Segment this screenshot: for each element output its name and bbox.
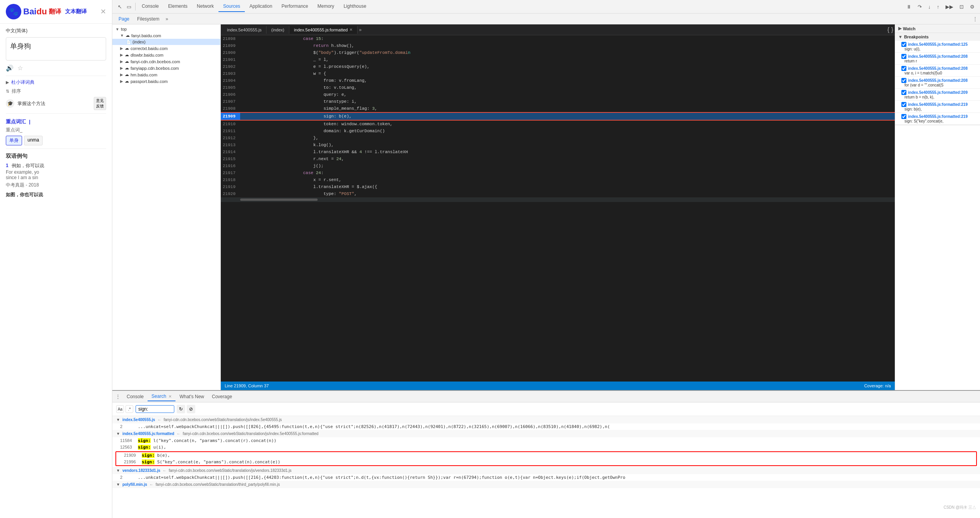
tree-root[interactable]: ▼ top bbox=[112, 26, 220, 32]
result-file-header-2[interactable]: ▼ index.5e400555.js:formatted ← fanyi-cd… bbox=[112, 430, 980, 437]
sort-link[interactable]: 排序 bbox=[12, 88, 21, 95]
bp-checkbox-4[interactable] bbox=[901, 78, 906, 83]
code-view[interactable]: 21898 case 15: 21899 return h.show(), 21… bbox=[221, 35, 895, 382]
close-tab-icon[interactable]: ✕ bbox=[349, 28, 352, 32]
result-linenum-2-2: 12563 bbox=[120, 445, 136, 449]
baidu-nav-link[interactable]: 文本翻译 bbox=[65, 8, 87, 15]
bp-code-2: return r bbox=[904, 59, 977, 63]
more-tabs-btn[interactable]: » bbox=[163, 15, 170, 23]
result-file-header-4[interactable]: ▼ polyfill.min.js ← fanyi-cdn.cdn.bcebos… bbox=[112, 481, 980, 488]
result-group-1: ▼ index.5e400555.js ← fanyi-cdn.cdn.bceb… bbox=[112, 416, 980, 430]
baidu-cn-brand: 翻译 bbox=[49, 8, 61, 16]
tree-hm[interactable]: ▶ ☁ hm.baidu.com bbox=[112, 71, 220, 78]
settings-btn[interactable]: ⚙ bbox=[968, 3, 977, 11]
result-match-2-3[interactable]: 21909 sign: b(e), bbox=[116, 452, 976, 459]
result-file-header-3[interactable]: ▼ vendors.182333d1.js ← fanyi-cdn.cdn.bc… bbox=[112, 467, 980, 474]
watch-header[interactable]: ▶ Watch bbox=[895, 24, 980, 33]
result-match-1-1[interactable]: 2 ...unkcat=self.webpackChunkcat|||[]).p… bbox=[112, 423, 980, 430]
code-line-21916: 21916 j(); bbox=[221, 162, 895, 169]
continue-btn[interactable]: ▶▶ bbox=[943, 3, 956, 11]
tree-fanyi-cdn[interactable]: ▶ ☁ fanyi-cdn.cdn.bcebos.com bbox=[112, 58, 220, 65]
bottom-tab-coverage[interactable]: Coverage bbox=[208, 392, 236, 401]
bp-item-5[interactable]: index.5e400555.js:formatted:209 return b… bbox=[895, 89, 980, 101]
code-tab-formatted[interactable]: index.5e400555.js:formatted ✕ bbox=[289, 26, 358, 34]
tab-memory[interactable]: Memory bbox=[313, 1, 339, 12]
watch-collapse-icon: ▶ bbox=[898, 26, 901, 31]
subtab-page[interactable]: Page bbox=[115, 15, 133, 23]
tree-dlswbr[interactable]: ▶ ☁ dlswbr.baidu.com bbox=[112, 52, 220, 58]
result-file-header-1[interactable]: ▼ index.5e400555.js ← fanyi-cdn.cdn.bceb… bbox=[112, 416, 980, 423]
code-line-21898: 21898 case 15: bbox=[221, 35, 895, 42]
language-selector[interactable]: 中文(简体) bbox=[6, 28, 106, 34]
subtab-filesystem[interactable]: Filesystem bbox=[133, 15, 163, 23]
code-tab-index[interactable]: (index) bbox=[266, 26, 289, 34]
result-match-2-2[interactable]: 12563 sign: u(i), bbox=[112, 444, 980, 451]
bottom-tab-console[interactable]: Console bbox=[123, 392, 148, 401]
tree-index-file[interactable]: 📄 (index) bbox=[112, 39, 220, 45]
bp-item-1[interactable]: index.5e400555.js:formatted:125 sign: u(… bbox=[895, 41, 980, 53]
tab-application[interactable]: Application bbox=[245, 1, 277, 12]
arrow-r4: ← bbox=[150, 482, 153, 487]
bp-checkbox-5[interactable] bbox=[901, 90, 906, 95]
devtools-right-controls: ⏸ ↷ ↓ ↑ ▶▶ ⊡ ⚙ bbox=[904, 3, 977, 11]
close-search-tab-icon[interactable]: ✕ bbox=[168, 394, 172, 399]
device-tool-btn[interactable]: ▭ bbox=[124, 3, 134, 11]
bp-item-4[interactable]: index.5e400555.js:formatted:208 for (var… bbox=[895, 77, 980, 89]
breakpoints-header[interactable]: ▼ Breakpoints bbox=[895, 33, 980, 41]
tab-elements[interactable]: Elements bbox=[163, 1, 192, 12]
cursor-tool-btn[interactable]: ↖ bbox=[115, 3, 124, 11]
code-scrollbar[interactable] bbox=[221, 197, 895, 202]
bottom-tab-whatsnew[interactable]: What's New bbox=[175, 392, 208, 401]
bp-checkbox-7[interactable] bbox=[901, 114, 906, 119]
result-match-2-1[interactable]: 11584 sign: l("key".concat(n, "params").… bbox=[112, 437, 980, 444]
deactivate-btn[interactable]: ⊡ bbox=[957, 3, 966, 11]
pause-btn[interactable]: ⏸ bbox=[904, 3, 914, 11]
bp-item-6[interactable]: index.5e400555.js:formatted:219 sign: b(… bbox=[895, 101, 980, 113]
tree-fanyi-baidu[interactable]: ▼ ☁ fanyi.baidu.com bbox=[112, 32, 220, 39]
format-btn[interactable]: { } bbox=[887, 26, 893, 33]
search-input[interactable] bbox=[136, 405, 174, 413]
bp-checkbox-2[interactable] bbox=[901, 54, 906, 59]
tab-console[interactable]: Console bbox=[137, 1, 163, 12]
bp-item-7[interactable]: index.5e400555.js:formatted:219 sign: S(… bbox=[895, 113, 980, 125]
tab-lighthouse[interactable]: Lighthouse bbox=[339, 1, 371, 12]
result-match-3-1[interactable]: 2 ...unkcat=self.webpackChunkcat|||[]).p… bbox=[112, 474, 980, 481]
bp-item-2[interactable]: index.5e400555.js:formatted:208 return r bbox=[895, 53, 980, 65]
tab-unma[interactable]: unma bbox=[24, 136, 43, 145]
bp-checkbox-6[interactable] bbox=[901, 102, 906, 107]
tab-network[interactable]: Network bbox=[192, 1, 218, 12]
regex-btn[interactable]: .* bbox=[126, 405, 133, 413]
duixiao-link[interactable]: 杜小译词典 bbox=[11, 79, 34, 86]
bp-checkbox-3[interactable] bbox=[901, 66, 906, 71]
tree-fanyiapp[interactable]: ▶ ☁ fanyiapp.cdn.bcebos.com bbox=[112, 65, 220, 71]
result-match-2-4[interactable]: 21996 sign: S("key".concat(e, "params").… bbox=[116, 459, 976, 465]
line-num-21902: 21902 bbox=[221, 63, 240, 70]
tree-passport[interactable]: ▶ ☁ passport.baidu.com bbox=[112, 78, 220, 85]
tree-correctxt[interactable]: ▶ ☁ correctxt.baidu.com bbox=[112, 45, 220, 52]
tab-sources[interactable]: Sources bbox=[218, 1, 245, 12]
feedback-btn[interactable]: 意见反馈 bbox=[94, 97, 106, 110]
speaker-icon[interactable]: 🔊 bbox=[6, 64, 14, 72]
expand-icon-3: ▶ bbox=[120, 53, 123, 57]
sources-options-btn[interactable]: ⋮ bbox=[973, 16, 978, 22]
line-num-21901: 21901 bbox=[221, 56, 240, 63]
translate-input[interactable]: 单身狗 bbox=[6, 37, 106, 60]
tab-performance[interactable]: Performance bbox=[277, 1, 313, 12]
separator-1 bbox=[135, 3, 136, 10]
bottom-tab-search[interactable]: Search ✕ bbox=[148, 392, 175, 401]
bp-item-3[interactable]: index.5e400555.js:formatted:208 var o, i… bbox=[895, 65, 980, 77]
step-over-btn[interactable]: ↷ bbox=[915, 3, 924, 11]
step-out-btn[interactable]: ↑ bbox=[935, 3, 942, 11]
bottom-dots-btn[interactable]: ⋮ bbox=[115, 394, 120, 399]
case-sensitive-btn[interactable]: Aa bbox=[116, 405, 124, 413]
star-icon[interactable]: ☆ bbox=[17, 64, 23, 72]
tab-single[interactable]: 单身 bbox=[6, 136, 22, 145]
code-tab-index-js[interactable]: index.5e400555.js bbox=[222, 26, 266, 34]
code-scrollbar-thumb[interactable] bbox=[240, 199, 318, 201]
close-devtools-icon[interactable]: ✕ bbox=[100, 7, 106, 16]
refresh-btn[interactable]: ↻ bbox=[177, 405, 185, 413]
step-into-btn[interactable]: ↓ bbox=[926, 3, 933, 11]
clear-btn[interactable]: ⊘ bbox=[187, 405, 195, 413]
bp-checkbox-1[interactable] bbox=[901, 42, 906, 47]
more-code-tabs-btn[interactable]: » bbox=[359, 27, 362, 33]
